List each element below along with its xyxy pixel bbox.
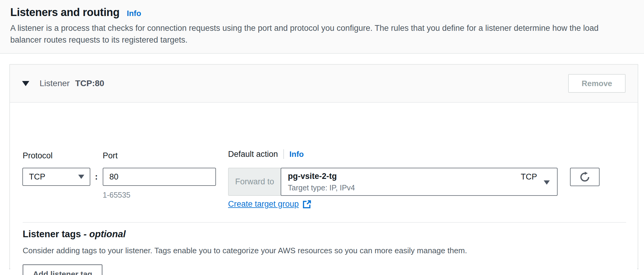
page-title: Listeners and routing	[10, 6, 120, 19]
create-target-group-label: Create target group	[228, 199, 299, 209]
listener-card-body: Protocol Port Default action Info TCP : …	[10, 103, 638, 269]
section-info-link[interactable]: Info	[127, 9, 141, 18]
port-input[interactable]	[103, 168, 216, 186]
forward-to-addon: Forward to	[228, 168, 281, 196]
add-listener-tag-button[interactable]: Add listener tag	[23, 264, 102, 275]
port-label: Port	[103, 151, 118, 160]
listener-tags-heading-main: Listener tags	[23, 229, 81, 239]
protocol-select[interactable]: TCP	[22, 168, 90, 186]
protocol-select-value: TCP	[29, 172, 45, 182]
section-divider	[23, 222, 626, 223]
refresh-icon	[579, 171, 591, 183]
listener-card-header: Listener TCP:80 Remove	[10, 65, 638, 103]
default-action-label: Default action	[228, 150, 278, 159]
port-separator: :	[93, 168, 100, 186]
section-description: A listener is a process that checks for …	[10, 22, 628, 46]
refresh-target-groups-button[interactable]	[570, 168, 600, 186]
caret-down-icon	[544, 180, 550, 185]
port-hint: 1-65535	[103, 191, 130, 199]
listener-tags-heading-optional: - optional	[84, 229, 126, 239]
listener-tags-description: Consider adding tags to your listener. T…	[23, 246, 467, 255]
caret-down-icon	[78, 175, 84, 179]
listeners-and-routing-page: Listeners and routing Info A listener is…	[0, 0, 644, 275]
forward-to-label: Forward to	[235, 177, 274, 186]
target-group-meta: Target type: IP, IPv4	[288, 183, 355, 192]
listener-header-label: Listener	[40, 79, 70, 88]
create-target-group-link[interactable]: Create target group	[228, 199, 311, 209]
section-header: Listeners and routing Info A listener is…	[0, 0, 644, 54]
listener-tags-heading: Listener tags - optional	[23, 229, 126, 240]
caret-down-icon[interactable]	[22, 81, 29, 86]
target-group-protocol: TCP	[521, 172, 537, 182]
default-action-info-link[interactable]: Info	[289, 150, 304, 159]
target-group-select[interactable]: pg-vsite-2-tg Target type: IP, IPv4 TCP	[281, 168, 558, 196]
protocol-label: Protocol	[23, 151, 53, 160]
default-action-label-row: Default action Info	[228, 149, 304, 159]
external-link-icon	[302, 200, 311, 209]
label-divider	[283, 149, 284, 159]
listener-summary: TCP:80	[75, 79, 104, 88]
target-group-name: pg-vsite-2-tg	[288, 172, 337, 181]
remove-listener-button[interactable]: Remove	[568, 74, 626, 93]
listener-card: Listener TCP:80 Remove Protocol Port Def…	[9, 64, 638, 269]
